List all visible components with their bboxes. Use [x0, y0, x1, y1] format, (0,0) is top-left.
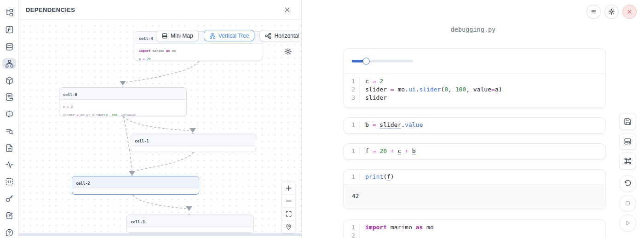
node-code: print(f) [127, 227, 253, 233]
zoom-out-button[interactable] [282, 194, 295, 207]
cell-slider[interactable]: 1c = 22slider = mo.ui.slider(0, 100, val… [343, 48, 606, 108]
activity-rail [0, 0, 19, 238]
file-explorer-icon [5, 8, 14, 17]
undo-button[interactable] [619, 175, 636, 192]
documentation-icon [5, 93, 14, 102]
cell-f[interactable]: 1f = 20 + c + b [343, 143, 606, 160]
dependency-graph-canvas[interactable]: cell-4 import marimo as moa = 20 cell-0 … [19, 20, 301, 236]
cell-import[interactable]: 1import marimo as mo2 [343, 220, 606, 238]
layout-button[interactable] [619, 133, 636, 150]
menu-icon [590, 8, 597, 15]
window-controls [586, 5, 637, 19]
vertical-tree-icon [209, 33, 216, 39]
node-title: cell-4 [139, 36, 153, 41]
sidebar-item-tracing[interactable] [2, 159, 16, 170]
snippets-icon [5, 144, 14, 153]
close-icon [626, 8, 633, 15]
sidebar-item-chat[interactable] [2, 109, 16, 120]
cell-b[interactable]: 1b = slider.value [343, 117, 606, 134]
dependencies-icon [5, 59, 14, 68]
tracing-icon [5, 160, 14, 169]
logs-icon [5, 127, 14, 136]
node-title: cell-2 [76, 181, 90, 186]
sidebar-item-help[interactable] [2, 227, 16, 238]
sidebar-item-packages[interactable] [2, 75, 16, 86]
graph-node-cell-3[interactable]: cell-3 print(f) [126, 215, 254, 233]
dependencies-header: DEPENDENCIES [19, 0, 301, 20]
code-editor[interactable]: 1f = 20 + c + b [344, 144, 605, 158]
sidebar-item-file-explorer[interactable] [2, 7, 16, 18]
sidebar-item-documentation[interactable] [2, 92, 16, 103]
cell-print[interactable]: 1print(f) 42 [343, 169, 606, 209]
zoom-in-icon [285, 185, 292, 192]
code-editor[interactable]: 1c = 22slider = mo.ui.slider(0, 100, val… [344, 74, 605, 105]
cell-output-area [344, 49, 605, 74]
notebook-area: debugging.py 1c = 22slider = mo.ui.slide… [302, 0, 644, 238]
gear-icon [284, 47, 292, 56]
horizontal-tree-button[interactable]: Horizontal Tree [259, 30, 301, 41]
slider-widget[interactable] [352, 60, 413, 62]
zoom-in-button[interactable] [282, 181, 295, 194]
sidebar-item-snippets[interactable] [2, 142, 16, 153]
save-button[interactable] [619, 113, 636, 130]
minimap-button[interactable]: Mini Map [156, 30, 199, 41]
horizontal-tree-icon [265, 33, 271, 39]
code-editor[interactable]: 1import marimo as mo2 [344, 220, 605, 238]
close-icon [284, 6, 291, 13]
node-code: c = 2slider = mo.ui.slider(0, 100, value… [59, 100, 186, 116]
dependencies-panel: DEPENDENCIES [19, 0, 302, 238]
fit-view-button[interactable] [282, 207, 295, 220]
stop-button[interactable] [619, 195, 636, 212]
graph-view-toolbar: Mini Map Vertical Tree Horizontal Tree [156, 30, 301, 41]
node-title: cell-0 [63, 92, 77, 97]
vertical-tree-button[interactable]: Vertical Tree [204, 30, 255, 41]
node-code: import marimo as moa = 20 [135, 44, 262, 61]
graph-node-cell-0[interactable]: cell-0 c = 2slider = mo.ui.slider(0, 100… [59, 87, 187, 116]
sidebar-item-console[interactable] [2, 176, 16, 187]
chat-icon [5, 110, 14, 119]
fit-view-icon [285, 210, 292, 217]
menu-button[interactable] [586, 5, 601, 19]
scratchpad-icon [5, 211, 14, 220]
gear-icon [608, 8, 615, 15]
zoom-out-icon [285, 198, 292, 204]
graph-zoom-controls [282, 181, 295, 233]
sidebar-item-variables[interactable] [2, 24, 16, 35]
graph-settings-button[interactable] [284, 47, 292, 56]
play-icon [624, 219, 632, 227]
code-editor[interactable]: 1b = slider.value [344, 118, 605, 132]
dependencies-title: DEPENDENCIES [26, 6, 75, 13]
code-editor[interactable]: 1print(f) [344, 170, 605, 184]
close-panel-button[interactable] [282, 5, 292, 15]
sidebar-item-dependencies[interactable] [2, 58, 16, 69]
pin-button[interactable] [282, 220, 295, 233]
node-code: f = 20 + c + b [72, 188, 199, 195]
secrets-icon [5, 194, 14, 203]
sidebar-item-secrets[interactable] [2, 193, 16, 204]
slider-thumb[interactable] [362, 58, 369, 65]
datasources-icon [5, 42, 14, 51]
sidebar-item-datasources[interactable] [2, 41, 16, 52]
layout-icon [624, 137, 632, 145]
variables-icon [5, 25, 14, 34]
graph-node-cell-1[interactable]: cell-1 b = slider.value [131, 134, 256, 152]
graph-node-cell-2[interactable]: cell-2 f = 20 + c + b [72, 176, 199, 195]
stop-icon [624, 199, 632, 207]
notebook-filename[interactable]: debugging.py [302, 26, 644, 33]
settings-button[interactable] [604, 5, 619, 19]
console-output: 42 [344, 184, 605, 208]
command-icon [624, 157, 632, 165]
undo-icon [624, 180, 632, 187]
node-title: cell-1 [135, 139, 149, 143]
command-palette-button[interactable] [619, 153, 636, 170]
node-code: b = slider.value [131, 146, 256, 152]
console-icon [5, 177, 14, 186]
run-button[interactable] [619, 215, 636, 232]
pin-icon [285, 223, 292, 230]
node-title: cell-3 [131, 220, 145, 224]
help-icon [5, 228, 14, 237]
save-icon [624, 118, 632, 125]
shutdown-button[interactable] [622, 5, 637, 19]
sidebar-item-scratchpad[interactable] [2, 210, 16, 221]
sidebar-item-logs[interactable] [2, 125, 16, 136]
